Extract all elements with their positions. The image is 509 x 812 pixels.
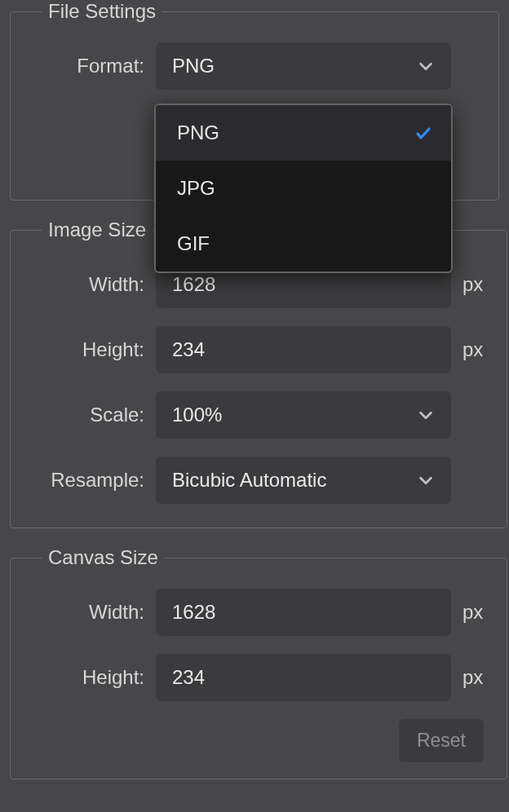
format-select-value: PNG — [172, 55, 215, 77]
canvas-width-unit: px — [451, 601, 492, 624]
image-height-input[interactable] — [156, 326, 451, 373]
canvas-width-label: Width: — [25, 601, 156, 624]
chevron-down-icon — [417, 471, 435, 489]
image-height-unit: px — [451, 338, 492, 361]
chevron-down-icon — [417, 57, 435, 75]
reset-button[interactable]: Reset — [399, 719, 484, 762]
dropdown-item-jpg[interactable]: JPG — [156, 161, 451, 216]
canvas-height-row: Height: px — [25, 654, 492, 701]
scale-select-value: 100% — [172, 404, 222, 426]
canvas-height-input[interactable] — [156, 654, 451, 701]
dropdown-item-gif[interactable]: GIF — [156, 216, 451, 271]
dropdown-item-label: JPG — [177, 177, 215, 200]
resample-row: Resample: Bicubic Automatic — [25, 457, 492, 504]
format-dropdown[interactable]: PNG JPG GIF — [154, 104, 453, 273]
resample-label: Resample: — [25, 469, 156, 492]
image-height-label: Height: — [25, 338, 156, 361]
format-label: Format: — [25, 55, 156, 77]
reset-row: Reset — [25, 719, 492, 762]
format-row: Format: PNG — [25, 42, 484, 90]
scale-row: Scale: 100% — [25, 391, 492, 439]
canvas-width-input[interactable] — [156, 589, 451, 636]
canvas-size-legend: Canvas Size — [42, 546, 165, 569]
image-size-legend: Image Size — [42, 218, 153, 241]
resample-select-value: Bicubic Automatic — [172, 469, 326, 492]
chevron-down-icon — [417, 406, 435, 424]
canvas-size-group: Canvas Size Width: px Height: px Reset — [10, 546, 507, 779]
file-settings-legend: File Settings — [42, 0, 162, 23]
scale-select[interactable]: 100% — [156, 391, 451, 439]
dropdown-item-label: PNG — [177, 121, 219, 144]
check-icon — [414, 123, 433, 143]
scale-label: Scale: — [25, 404, 156, 426]
image-width-label: Width: — [25, 273, 156, 296]
resample-select[interactable]: Bicubic Automatic — [156, 457, 451, 504]
image-width-unit: px — [451, 273, 492, 296]
dropdown-item-label: GIF — [177, 232, 210, 255]
canvas-height-label: Height: — [25, 666, 156, 689]
dropdown-item-png[interactable]: PNG — [156, 105, 451, 161]
image-height-row: Height: px — [25, 326, 492, 373]
canvas-height-unit: px — [451, 666, 492, 689]
canvas-width-row: Width: px — [25, 589, 492, 636]
format-select[interactable]: PNG — [156, 42, 451, 90]
